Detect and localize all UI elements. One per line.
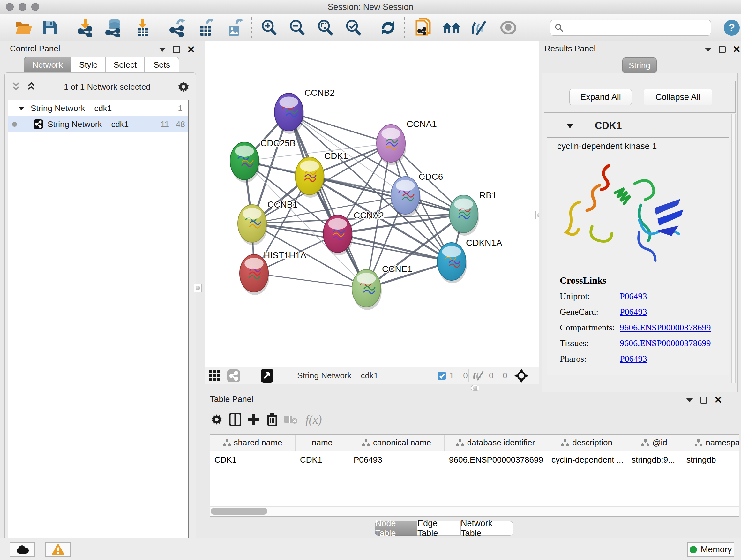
- edge-CCNB2-CCNA1[interactable]: [289, 112, 391, 143]
- hidden-eye-slash-icon[interactable]: [473, 367, 486, 384]
- panel-float-icon[interactable]: [173, 46, 180, 53]
- zoom-selected-icon[interactable]: [343, 18, 363, 38]
- export-network-icon[interactable]: [167, 18, 187, 38]
- help-icon[interactable]: ?: [722, 18, 741, 38]
- expand-all-button[interactable]: Expand All: [569, 89, 632, 105]
- export-image-icon[interactable]: [225, 18, 245, 38]
- node-RB1[interactable]: RB1: [449, 190, 496, 236]
- results-scrollbar[interactable]: [731, 114, 736, 383]
- panel-close-icon[interactable]: ✕: [714, 396, 722, 403]
- node-CCNA2[interactable]: CCNA2: [323, 210, 384, 255]
- column-header-name[interactable]: name: [295, 435, 349, 451]
- cloud-button[interactable]: [10, 542, 35, 557]
- import-network-icon[interactable]: [75, 18, 95, 38]
- panel-close-icon[interactable]: ✕: [187, 46, 195, 53]
- network-share-icon[interactable]: [227, 367, 240, 384]
- memory-button[interactable]: Memory: [687, 542, 734, 557]
- network-options-gear-icon[interactable]: [178, 81, 189, 92]
- crosslink-link[interactable]: P06493: [620, 291, 647, 301]
- current-network-dot-icon: [12, 122, 17, 127]
- table-row[interactable]: CDK1CDK1P064939606.ENSP00000378699cyclin…: [210, 451, 739, 469]
- birdseye-export-icon[interactable]: [261, 367, 273, 384]
- zoom-in-icon[interactable]: [259, 18, 279, 38]
- edge-CCNB2-CCNE1[interactable]: [289, 112, 366, 288]
- tab-sets[interactable]: Sets: [145, 57, 179, 73]
- tab-network[interactable]: Network: [24, 57, 71, 73]
- crosslink-link[interactable]: P06493: [620, 307, 647, 317]
- node-CDC6[interactable]: CDC6: [391, 172, 443, 217]
- network-row-selected[interactable]: String Network – cdk1 11 48: [8, 116, 188, 132]
- refresh-icon[interactable]: [378, 18, 398, 38]
- import-table-icon[interactable]: [133, 18, 152, 38]
- node-HIST1H1A[interactable]: HIST1H1A: [240, 250, 307, 295]
- node-count: 11: [160, 119, 169, 129]
- import-database-icon[interactable]: [104, 18, 124, 38]
- show-columns-icon[interactable]: [226, 410, 245, 429]
- crosslink-link[interactable]: 9606.ENSP00000378699: [620, 338, 711, 348]
- delete-column-icon[interactable]: [263, 410, 281, 429]
- protein-section: CDK1 cyclin-dependent kinase 1: [544, 114, 736, 383]
- navigator-crosshair-icon[interactable]: [515, 367, 529, 384]
- table-hscroll-thumb[interactable]: [211, 508, 267, 515]
- column-header-description[interactable]: description: [547, 435, 627, 451]
- cloud-icon: [16, 545, 29, 554]
- column-header-database-identifier[interactable]: database identifier: [445, 435, 547, 451]
- table-cell[interactable]: CDK1: [295, 451, 349, 469]
- table-cell[interactable]: 9606.ENSP00000378699: [445, 451, 547, 469]
- show-eye-icon[interactable]: [498, 18, 518, 38]
- table-settings-gear-icon[interactable]: [207, 410, 226, 429]
- crosslink-link[interactable]: 9606.ENSP00000378699: [620, 322, 711, 332]
- bottom-splitter-handle[interactable]: [471, 385, 479, 391]
- panel-menu-icon[interactable]: [159, 48, 166, 52]
- export-table-icon[interactable]: [196, 18, 216, 38]
- save-session-icon[interactable]: [40, 18, 60, 38]
- left-splitter-handle[interactable]: [194, 284, 202, 292]
- collapse-triangle-icon[interactable]: [18, 105, 25, 111]
- tab-edge-table[interactable]: Edge Table: [417, 521, 461, 536]
- column-header-shared-name[interactable]: shared name: [210, 435, 295, 451]
- add-column-icon[interactable]: [245, 410, 263, 429]
- panel-menu-icon[interactable]: [704, 48, 712, 52]
- panel-float-icon[interactable]: [719, 46, 726, 53]
- network-canvas[interactable]: CCNB2CCNA1CDC25BCDK1CDC6RB1CCNB1CCNA2CDK…: [205, 41, 539, 367]
- crosslink-link[interactable]: P06493: [620, 354, 647, 364]
- network-tree: String Network – cdk1 1 String Network –…: [8, 100, 189, 540]
- zoom-out-icon[interactable]: [287, 18, 307, 38]
- node-CCNE1[interactable]: CCNE1: [352, 264, 412, 310]
- tab-style[interactable]: Style: [71, 57, 106, 73]
- collapse-triangle-icon[interactable]: [566, 123, 574, 129]
- search-input[interactable]: [564, 21, 711, 35]
- table-cell[interactable]: P06493: [349, 451, 445, 469]
- tab-select[interactable]: Select: [106, 57, 145, 73]
- table-cell[interactable]: cyclin-dependent ...: [547, 451, 627, 469]
- table-hscrollbar[interactable]: [210, 506, 739, 516]
- edge-CCNE1-HIST1H1A[interactable]: [254, 273, 366, 288]
- tab-node-table[interactable]: Node Table: [375, 521, 417, 536]
- expand-all-icon[interactable]: [26, 82, 37, 92]
- table-cell[interactable]: CDK1: [210, 451, 295, 469]
- collapse-all-button[interactable]: Collapse All: [644, 89, 712, 105]
- string-document-icon[interactable]: [414, 18, 433, 38]
- table-cell[interactable]: stringdb:9...: [627, 451, 682, 469]
- zoom-fit-icon[interactable]: [315, 18, 335, 38]
- string-homes-icon[interactable]: [442, 18, 461, 38]
- panel-float-icon[interactable]: [700, 396, 707, 403]
- open-session-icon[interactable]: [14, 18, 33, 38]
- tab-string[interactable]: String: [622, 57, 657, 73]
- column-header-namespace[interactable]: namespace: [682, 435, 739, 451]
- table-cell[interactable]: stringdb: [682, 451, 739, 469]
- node-CDKN1A[interactable]: CDKN1A: [437, 238, 502, 283]
- node-label-CCNA1: CCNA1: [407, 119, 437, 129]
- panel-close-icon[interactable]: ✕: [733, 46, 741, 53]
- collapse-all-icon[interactable]: [10, 82, 21, 92]
- tab-network-table[interactable]: Network Table: [461, 521, 513, 536]
- column-header--id[interactable]: @id: [627, 435, 682, 451]
- panel-menu-icon[interactable]: [686, 398, 693, 402]
- thumbnail-grid-icon[interactable]: [209, 367, 220, 384]
- hide-eye-wave-icon[interactable]: [470, 18, 489, 38]
- column-header-canonical-name[interactable]: canonical name: [349, 435, 445, 451]
- warning-button[interactable]: [45, 542, 71, 557]
- svg-text:?: ?: [729, 21, 735, 34]
- selected-checkbox-icon[interactable]: [438, 367, 446, 384]
- network-collection-row[interactable]: String Network – cdk1 1: [8, 100, 188, 116]
